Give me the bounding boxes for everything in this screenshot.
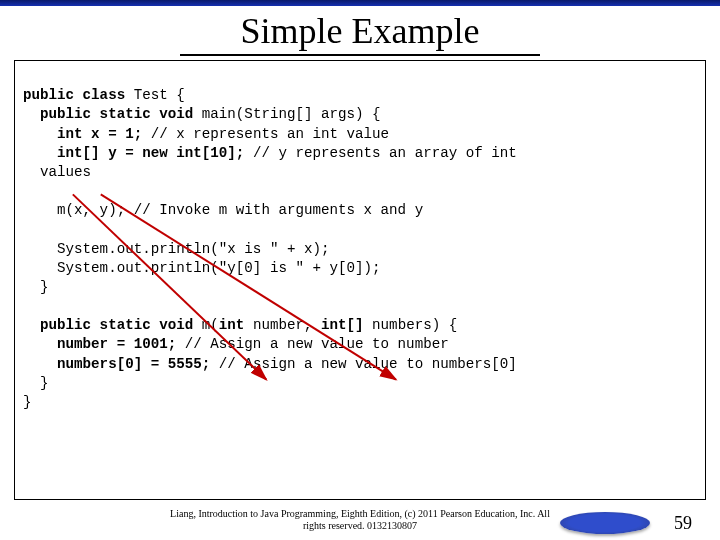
code-text: System.out.println("x is " + x);	[23, 241, 330, 257]
code-text: // x represents an int value	[142, 126, 389, 142]
code-text: // Assign a new value to numbers[0]	[210, 356, 517, 372]
footer: Liang, Introduction to Java Programming,…	[0, 504, 720, 540]
page-number: 59	[674, 513, 692, 534]
code-text: }	[23, 375, 49, 391]
code-text: number,	[244, 317, 321, 333]
code-text: Test {	[125, 87, 185, 103]
code-text: public static void	[23, 317, 193, 333]
code-text: numbers) {	[364, 317, 458, 333]
code-text: m(	[193, 317, 219, 333]
code-text: int[]	[321, 317, 364, 333]
code-text: int x = 1;	[23, 126, 142, 142]
code-text: public static void	[23, 106, 193, 122]
code-text: number = 1001;	[23, 336, 176, 352]
code-text: main(String[] args) {	[193, 106, 380, 122]
slide-title: Simple Example	[0, 6, 720, 54]
code-text: // y represents an array of int	[244, 145, 516, 161]
title-underline	[180, 54, 540, 56]
code-text: public class	[23, 87, 125, 103]
code-text: System.out.println("y[0] is " + y[0]);	[23, 260, 381, 276]
code-example-box: public class Test { public static void m…	[14, 60, 706, 500]
code-text: m(x, y); // Invoke m with arguments x an…	[23, 202, 423, 218]
code-text: int	[219, 317, 245, 333]
code-text: }	[23, 279, 49, 295]
copyright-text: Liang, Introduction to Java Programming,…	[0, 506, 720, 532]
copyright-line: Liang, Introduction to Java Programming,…	[170, 508, 550, 519]
code-text: numbers[0] = 5555;	[23, 356, 210, 372]
copyright-line: rights reserved. 0132130807	[303, 520, 417, 531]
code-text: values	[23, 164, 91, 180]
code-text: int[] y = new int[10];	[23, 145, 244, 161]
code-text: }	[23, 394, 32, 410]
code-text: // Assign a new value to number	[176, 336, 448, 352]
